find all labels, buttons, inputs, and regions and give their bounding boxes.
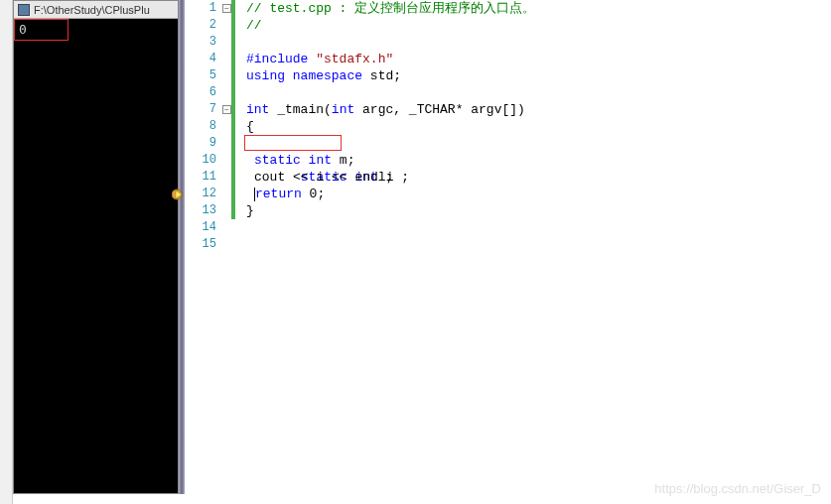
change-indicator (231, 67, 235, 84)
code-line: return 0; (246, 186, 831, 202)
fold-toggle-icon[interactable]: − (222, 105, 231, 114)
code-line: static int i ; (246, 135, 831, 152)
change-indicator (231, 135, 235, 152)
gutter-row: 9 (187, 135, 246, 152)
change-indicator (231, 202, 235, 219)
current-line-arrow-icon (172, 188, 186, 201)
console-window[interactable]: F:\OtherStudy\CPlusPlu 0 (13, 0, 179, 494)
code-line (246, 84, 831, 101)
line-number: 15 (195, 236, 216, 253)
gutter-row: 4 (187, 51, 246, 67)
line-number: 4 (195, 51, 216, 67)
change-indicator (231, 169, 235, 186)
gutter-row: 14 (187, 219, 246, 236)
code-line: } (246, 202, 831, 219)
line-number: 5 (195, 67, 216, 84)
line-number: 3 (195, 34, 216, 51)
code-line (246, 236, 831, 253)
line-number: 9 (195, 135, 216, 152)
code-line: using namespace std; (246, 67, 831, 84)
line-number: 6 (195, 84, 216, 101)
code-highlight-box (244, 135, 342, 151)
line-number: 8 (195, 118, 216, 135)
console-output-highlight (14, 19, 69, 41)
gutter-row: 7 − (187, 101, 246, 118)
line-number: 11 (195, 169, 216, 186)
gutter-row: 8 (187, 118, 246, 135)
code-line: int _tmain(int argc, _TCHAR* argv[]) (246, 101, 831, 118)
line-number: 12 (195, 186, 216, 202)
code-editor[interactable]: 1 − 2 3 4 5 6 7 − 8 (179, 0, 831, 494)
change-indicator (231, 84, 235, 101)
code-line: #include "stdafx.h" (246, 51, 831, 67)
code-line: static int m; (246, 152, 831, 169)
change-indicator (231, 101, 235, 118)
console-title-text: F:\OtherStudy\CPlusPlu (34, 4, 150, 16)
gutter-row: 15 (187, 236, 246, 253)
editor-left-scrollbar[interactable] (179, 0, 185, 494)
change-indicator (231, 0, 235, 17)
code-line: { (246, 118, 831, 135)
gutter-row: 11 (187, 169, 246, 186)
gutter-row: 13 (187, 202, 246, 219)
console-app-icon (18, 4, 30, 16)
change-indicator (231, 152, 235, 169)
line-number: 1 (195, 0, 216, 17)
gutter-row: 2 (187, 17, 246, 34)
gutter-row: 5 (187, 67, 246, 84)
line-number: 2 (195, 17, 216, 34)
gutter-row: 3 (187, 34, 246, 51)
line-number: 10 (195, 152, 216, 169)
line-number: 14 (195, 219, 216, 236)
change-indicator (231, 186, 235, 202)
gutter-row: 6 (187, 84, 246, 101)
editor-gutter[interactable]: 1 − 2 3 4 5 6 7 − 8 (187, 0, 246, 494)
code-line: // test.cpp : 定义控制台应用程序的入口点。 (246, 0, 831, 17)
gutter-row: 1 − (187, 0, 246, 17)
code-line: // (246, 17, 831, 34)
change-indicator (231, 51, 235, 67)
fold-toggle-icon[interactable]: − (222, 4, 231, 13)
console-body[interactable]: 0 (14, 19, 178, 493)
code-line: cout << i << endl; (246, 169, 831, 186)
change-indicator (231, 118, 235, 135)
line-number: 13 (195, 202, 216, 219)
code-text-area[interactable]: // test.cpp : 定义控制台应用程序的入口点。 // #include… (246, 0, 831, 494)
code-line (246, 219, 831, 236)
console-titlebar[interactable]: F:\OtherStudy\CPlusPlu (14, 1, 178, 19)
line-number: 7 (195, 101, 216, 118)
left-toolbar-stub (0, 0, 13, 504)
gutter-row: 12 (187, 186, 246, 202)
change-indicator (231, 34, 235, 51)
change-indicator (231, 17, 235, 34)
gutter-row: 10 (187, 152, 246, 169)
code-line (246, 34, 831, 51)
